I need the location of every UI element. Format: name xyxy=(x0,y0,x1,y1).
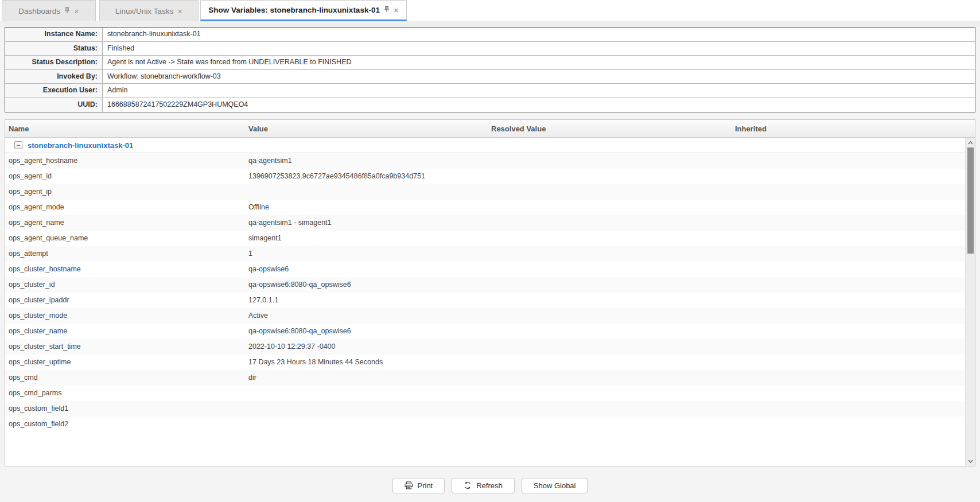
detail-value: Admin xyxy=(103,84,975,98)
detail-label: Instance Name: xyxy=(5,28,103,41)
close-icon[interactable]: × xyxy=(177,7,182,15)
variable-name: ops_agent_mode xyxy=(9,203,64,211)
variable-row[interactable]: ops_custom_field2 xyxy=(5,417,975,432)
tab-linux-unix-tasks[interactable]: Linux/Unix Tasks × xyxy=(99,0,199,21)
show-global-button[interactable]: Show Global xyxy=(522,478,588,493)
variable-value: Active xyxy=(248,312,268,320)
variable-row[interactable]: ops_cluster_mode Active xyxy=(5,308,975,324)
pushpin-icon[interactable] xyxy=(64,7,70,15)
variable-name: ops_cluster_uptime xyxy=(9,358,71,366)
chevron-up-icon[interactable] xyxy=(966,138,975,147)
refresh-icon xyxy=(464,481,472,489)
variable-value: simagent1 xyxy=(248,234,282,242)
variable-row[interactable]: ops_cluster_start_time 2022-10-10 12:29:… xyxy=(5,339,975,355)
variable-name: ops_cluster_mode xyxy=(9,312,67,320)
variable-row[interactable]: ops_cluster_uptime 17 Days 23 Hours 18 M… xyxy=(5,355,975,370)
variable-value: Offline xyxy=(248,203,269,211)
variable-name: ops_agent_queue_name xyxy=(9,234,88,242)
tab-label: Show Variables: stonebranch-linuxunixtas… xyxy=(208,6,380,14)
variable-name: ops_cluster_name xyxy=(9,327,67,335)
variable-value: 1 xyxy=(248,250,252,258)
detail-label: UUID: xyxy=(5,98,103,112)
variable-row[interactable]: ops_cluster_ipaddr 127.0.1.1 xyxy=(5,293,975,308)
variable-row[interactable]: ops_agent_mode Offline xyxy=(5,200,975,215)
variable-value: 1396907253823.9c6727ae9345486f85a0fca9b9… xyxy=(248,172,425,180)
detail-row: UUID: 1666885872417502229ZM4GP3HUMQEO4 xyxy=(5,98,975,112)
detail-row: Instance Name: stonebranch-linuxunixtask… xyxy=(5,28,975,42)
variable-name: ops_agent_ip xyxy=(9,188,52,196)
column-header-name[interactable]: Name xyxy=(9,124,29,133)
variable-name: ops_cluster_hostname xyxy=(9,265,81,273)
detail-label: Invoked By: xyxy=(5,70,103,84)
refresh-button-label: Refresh xyxy=(476,481,503,490)
refresh-button[interactable]: Refresh xyxy=(452,478,515,493)
print-button-label: Print xyxy=(418,481,433,490)
detail-label: Status: xyxy=(5,42,103,56)
variable-row[interactable]: ops_agent_name qa-agentsim1 - simagent1 xyxy=(5,215,975,231)
column-header-value[interactable]: Value xyxy=(248,124,268,133)
variables-header-row: Name Value Resolved Value Inherited xyxy=(5,119,975,138)
variable-name: ops_cmd_parms xyxy=(9,389,61,397)
variable-name: ops_custom_field2 xyxy=(9,420,68,428)
variable-value: qa-agentsim1 xyxy=(248,157,292,165)
detail-row: Invoked By: Workflow: stonebranch-workfl… xyxy=(5,70,975,84)
tab-dashboards[interactable]: Dashboards × xyxy=(2,0,96,21)
tab-bar: Dashboards × Linux/Unix Tasks × Show Var… xyxy=(0,0,980,21)
variable-row[interactable]: ops_cmd_parms xyxy=(5,386,975,401)
variable-name: ops_custom_field1 xyxy=(9,404,68,413)
tab-label: Linux/Unix Tasks xyxy=(115,7,173,15)
variable-name: ops_attempt xyxy=(9,250,48,258)
variable-name: ops_cluster_id xyxy=(9,281,55,289)
detail-value: 1666885872417502229ZM4GP3HUMQEO4 xyxy=(103,98,975,112)
variable-row[interactable]: ops_agent_ip xyxy=(5,184,975,200)
tabbar-divider xyxy=(0,21,980,27)
variable-value: qa-opswise6:8080-qa_opswise6 xyxy=(248,327,351,335)
variables-group-row[interactable]: − stonebranch-linuxunixtask-01 xyxy=(5,138,975,153)
variable-row[interactable]: ops_cmd dir xyxy=(5,370,975,386)
detail-row: Status Description: Agent is not Active … xyxy=(5,56,975,70)
group-label[interactable]: stonebranch-linuxunixtask-01 xyxy=(28,141,133,150)
collapse-minus-icon[interactable]: − xyxy=(14,141,22,149)
variables-table-body: − stonebranch-linuxunixtask-01 ops_agent… xyxy=(5,138,975,466)
variables-rows: ops_agent_hostname qa-agentsim1 ops_agen… xyxy=(5,153,975,432)
close-icon[interactable]: × xyxy=(74,7,79,15)
variable-value: qa-agentsim1 - simagent1 xyxy=(248,219,332,227)
detail-label: Status Description: xyxy=(5,56,103,69)
variable-value: 17 Days 23 Hours 18 Minutes 44 Seconds xyxy=(248,358,383,366)
detail-value: stonebranch-linuxunixtask-01 xyxy=(103,28,975,41)
variable-name: ops_agent_name xyxy=(9,219,64,227)
tab-label: Dashboards xyxy=(18,7,60,15)
vertical-scrollbar[interactable] xyxy=(965,138,975,466)
chevron-down-icon[interactable] xyxy=(966,457,975,466)
variable-row[interactable]: ops_agent_hostname qa-agentsim1 xyxy=(5,153,975,169)
detail-row: Status: Finished xyxy=(5,42,975,56)
variable-name: ops_cluster_ipaddr xyxy=(9,296,69,304)
scrollbar-thumb[interactable] xyxy=(967,147,974,254)
variable-value: 2022-10-10 12:29:37 -0400 xyxy=(248,343,336,351)
pushpin-icon[interactable] xyxy=(384,6,390,14)
variable-row[interactable]: ops_attempt 1 xyxy=(5,246,975,262)
variable-value: dir xyxy=(248,373,256,382)
column-header-inherited[interactable]: Inherited xyxy=(735,124,767,133)
variable-row[interactable]: ops_agent_id 1396907253823.9c6727ae93454… xyxy=(5,169,975,184)
variable-value: qa-opswise6:8080-qa_opswise6 xyxy=(248,281,351,289)
show-global-button-label: Show Global xyxy=(534,481,576,490)
column-header-resolved-value[interactable]: Resolved Value xyxy=(491,124,546,133)
print-button[interactable]: Print xyxy=(392,478,445,493)
variable-row[interactable]: ops_cluster_hostname qa-opswise6 xyxy=(5,262,975,277)
instance-details-table: Instance Name: stonebranch-linuxunixtask… xyxy=(5,27,975,112)
variable-value: 127.0.1.1 xyxy=(248,296,278,304)
variable-row[interactable]: ops_cluster_id qa-opswise6:8080-qa_opswi… xyxy=(5,277,975,293)
close-icon[interactable]: × xyxy=(394,6,399,14)
detail-value: Workflow: stonebranch-workflow-03 xyxy=(103,70,975,84)
variable-row[interactable]: ops_agent_queue_name simagent1 xyxy=(5,231,975,246)
variable-row[interactable]: ops_custom_field1 xyxy=(5,401,975,417)
printer-icon xyxy=(405,481,413,489)
variable-name: ops_cmd xyxy=(9,373,38,382)
footer-button-bar: Print Refresh Show Global xyxy=(0,477,980,493)
detail-value: Finished xyxy=(103,42,975,56)
variable-name: ops_agent_hostname xyxy=(9,157,77,165)
detail-value: Agent is not Active -> State was forced … xyxy=(103,56,975,69)
variable-row[interactable]: ops_cluster_name qa-opswise6:8080-qa_ops… xyxy=(5,324,975,339)
tab-show-variables[interactable]: Show Variables: stonebranch-linuxunixtas… xyxy=(200,0,407,21)
